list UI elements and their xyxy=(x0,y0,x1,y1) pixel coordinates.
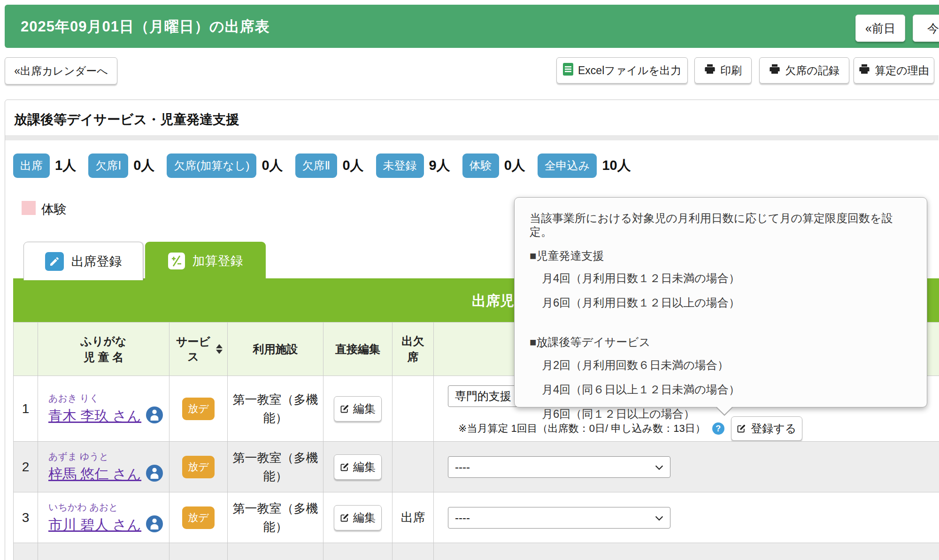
tooltip-arrow xyxy=(716,407,732,414)
direct-edit-cell: 編集 xyxy=(323,492,393,543)
printer-icon xyxy=(769,63,780,77)
tooltip-section-heading: ■放課後等デイサービス xyxy=(530,336,912,349)
col-header-attendance: 出欠 席 xyxy=(393,322,434,376)
edit-button[interactable]: 編集 xyxy=(334,505,382,530)
excel-export-button[interactable]: Excelファイルを出力 xyxy=(556,57,688,84)
person-icon xyxy=(146,407,163,425)
addon-select-value: 専門的支援 xyxy=(455,389,511,404)
direct-edit-cell: 編集 xyxy=(323,376,393,442)
child-furigana: いちかわ あおと xyxy=(48,501,169,514)
badge-trial: 体験 xyxy=(462,153,499,178)
child-name-link[interactable]: 市川 碧人 さん xyxy=(48,515,141,535)
count-absent-no-addon: 0人 xyxy=(262,156,283,175)
col-header-facility: 利用施設 xyxy=(228,322,323,376)
calc-note-text: ※当月算定 1回目（出席数：0日/ 申し込み数：13日） xyxy=(458,422,706,436)
table-row: 2 あずま ゆうと 梓馬 悠仁 さん 放デ 第一教室（多機能） 編集 xyxy=(14,442,939,492)
tab-attendance-label: 出席登録 xyxy=(71,253,122,270)
child-name-link[interactable]: 梓馬 悠仁 さん xyxy=(48,465,141,484)
edit-button[interactable]: 編集 xyxy=(334,396,382,422)
person-icon xyxy=(146,515,163,534)
badge-absent-no-addon: 欠席(加算なし) xyxy=(167,153,256,178)
tooltip-item: 月6回（月利用日数１２日以上の場合） xyxy=(530,295,912,310)
table-title: 出席児 xyxy=(472,292,514,311)
facility-cell: 第一教室（多機能） xyxy=(228,492,323,543)
print-button[interactable]: 印刷 xyxy=(694,57,752,84)
attendance-cell: 出席 xyxy=(393,492,434,543)
prev-day-button[interactable]: «前日 xyxy=(855,15,905,42)
excel-export-label: Excelファイルを出力 xyxy=(578,63,681,78)
panel-divider xyxy=(5,135,939,140)
badge-absent-1: 欠席Ⅰ xyxy=(88,153,128,178)
count-absent-2: 0人 xyxy=(342,156,363,175)
attendance-cell xyxy=(393,376,434,442)
service-badge: 放デ xyxy=(182,506,215,529)
attendance-calendar-button[interactable]: «出席カレンダーへ xyxy=(5,57,117,84)
attendance-sheet-screen: 2025年09月01日（月曜日）の出席表 «前日 今日 «出席カレンダーへ Ex… xyxy=(0,0,939,560)
edit-button-label: 編集 xyxy=(353,510,376,525)
badge-absent-2: 欠席Ⅱ xyxy=(295,153,338,178)
addon-select-value: ---- xyxy=(455,511,470,524)
today-button[interactable]: 今日 xyxy=(913,15,939,42)
page-title: 2025年09月01日（月曜日）の出席表 xyxy=(21,17,270,37)
count-present: 1人 xyxy=(55,156,76,175)
service-panel-title: 放課後等デイサービス・児童発達支援 xyxy=(14,111,239,129)
facility-cell xyxy=(228,543,323,560)
addon-cell: ---- xyxy=(434,492,939,543)
title-bar: 2025年09月01日（月曜日）の出席表 xyxy=(5,5,939,48)
today-label: 今日 xyxy=(927,21,939,36)
absence-record-label: 欠席の記録 xyxy=(785,63,839,78)
addon-cell xyxy=(434,543,939,560)
child-furigana: あずま ゆうと xyxy=(48,450,169,463)
calc-reason-button[interactable]: 算定の理由 xyxy=(854,57,934,84)
trial-legend-label: 体験 xyxy=(41,201,67,218)
tooltip-item: 月2回（月利用回数６日未満の場合） xyxy=(530,358,912,373)
sort-icon[interactable] xyxy=(216,344,223,354)
summary-badge-row: 出席 1人 欠席Ⅰ 0人 欠席(加算なし) 0人 欠席Ⅱ 0人 未登録 9人 体… xyxy=(13,153,643,178)
table-row xyxy=(14,543,939,560)
plus-minus-icon xyxy=(168,253,185,269)
trial-legend-swatch xyxy=(22,201,36,215)
child-name-link[interactable]: 青木 李玖 さん xyxy=(48,407,141,426)
child-name-cell xyxy=(38,543,169,560)
excel-file-icon xyxy=(563,63,573,78)
tab-addon-registration[interactable]: 加算登録 xyxy=(145,242,266,280)
absence-record-button[interactable]: 欠席の記録 xyxy=(759,57,849,84)
child-name-cell: あずま ゆうと 梓馬 悠仁 さん xyxy=(38,442,169,492)
service-cell xyxy=(169,543,228,560)
tooltip-item: 月4回（同６日以上１２日未満の場合） xyxy=(530,382,912,397)
direct-edit-cell: 編集 xyxy=(323,442,393,492)
service-cell: 放デ xyxy=(169,492,228,543)
printer-icon xyxy=(859,63,870,77)
addon-cell: ---- xyxy=(434,442,939,492)
row-number: 2 xyxy=(14,442,38,492)
facility-cell: 第一教室（多機能） xyxy=(228,376,323,442)
tooltip-section-heading: ■児童発達支援 xyxy=(530,249,912,263)
badge-present: 出席 xyxy=(13,153,50,178)
facility-cell: 第一教室（多機能） xyxy=(228,442,323,492)
table-row: 3 いちかわ あおと 市川 碧人 さん 放デ 第一教室（多機能） 編集 xyxy=(14,492,939,543)
edit-button[interactable]: 編集 xyxy=(334,454,382,480)
col-header-direct-edit: 直接編集 xyxy=(323,322,393,376)
printer-icon xyxy=(704,63,716,77)
col-header-furigana: ふりがな xyxy=(38,333,169,349)
count-unregistered: 9人 xyxy=(429,156,450,175)
chevron-down-icon xyxy=(654,513,664,526)
tab-attendance-registration[interactable]: 出席登録 xyxy=(23,242,143,280)
help-icon[interactable]: ? xyxy=(712,422,724,435)
service-badge: 放デ xyxy=(182,398,215,420)
addon-select[interactable]: ---- xyxy=(448,507,670,529)
addon-select-value: ---- xyxy=(455,460,470,474)
pencil-icon xyxy=(45,252,64,271)
col-header-service[interactable]: サービス xyxy=(169,322,228,376)
service-badge: 放デ xyxy=(182,456,215,478)
tooltip-intro: 当該事業所における対象児の月利用日数に応じて月の算定限度回数を設定。 xyxy=(530,212,912,239)
count-absent-1: 0人 xyxy=(133,156,154,175)
child-name-cell: いちかわ あおと 市川 碧人 さん xyxy=(38,492,169,543)
edit-button-label: 編集 xyxy=(353,460,376,475)
prev-day-label: «前日 xyxy=(865,21,895,36)
addon-select[interactable]: ---- xyxy=(448,456,670,478)
col-header-service-label: サービス xyxy=(175,334,212,363)
child-furigana: あおき りく xyxy=(48,392,169,405)
col-header-number xyxy=(14,322,38,376)
direct-edit-cell xyxy=(323,543,393,560)
